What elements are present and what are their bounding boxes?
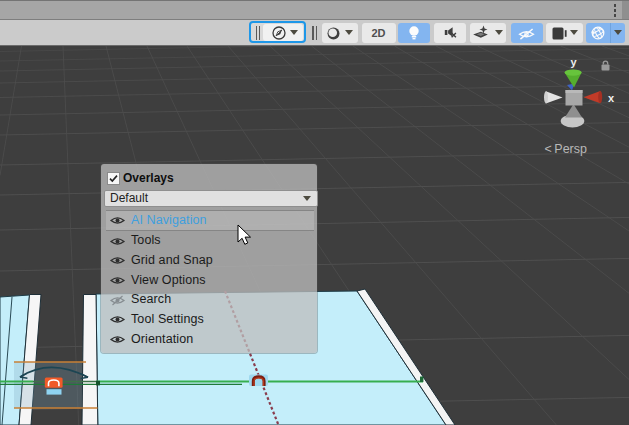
svg-text:x: x	[608, 92, 615, 104]
svg-text:y: y	[571, 56, 578, 68]
svg-text:< Persp: < Persp	[545, 142, 588, 156]
